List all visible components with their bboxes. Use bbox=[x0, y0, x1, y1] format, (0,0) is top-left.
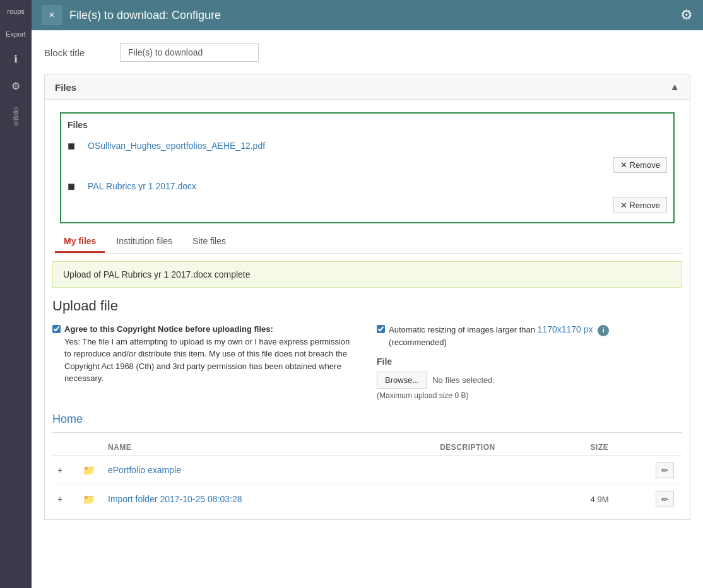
file-size-2: 4.9M bbox=[586, 485, 651, 514]
auto-resize-row: Automatic resizing of images larger than… bbox=[377, 323, 682, 349]
browse-row: Browse... No files selected. bbox=[377, 372, 682, 389]
file-name-2: PAL Rubrics yr 1 2017.docx bbox=[88, 181, 667, 191]
file-desc-1 bbox=[435, 456, 585, 485]
home-title: Home bbox=[52, 413, 682, 426]
block-title-label: Block title bbox=[44, 47, 107, 58]
file-name-1: OSullivan_Hughes_eportfolios_AEHE_12.pdf bbox=[88, 141, 667, 151]
info-icon-sidebar[interactable]: ℹ bbox=[11, 45, 20, 73]
file-link-1[interactable]: ePortfolio example bbox=[108, 465, 181, 475]
info-icon-resize[interactable]: i bbox=[598, 325, 609, 336]
remove-x-icon-1: ✕ bbox=[620, 160, 627, 170]
collapse-icon[interactable]: ▲ bbox=[670, 81, 680, 93]
files-box: Files ■ OSullivan_Hughes_eportfolios_AEH… bbox=[60, 112, 675, 223]
file-entry-2: ■ PAL Rubrics yr 1 2017.docx ✕ Remove bbox=[68, 175, 667, 216]
file-link-2[interactable]: Import folder 2017-10-25 08:03:28 bbox=[108, 494, 242, 504]
copyright-body-text: Yes: The file I am attempting to upload … bbox=[64, 337, 350, 384]
remove-x-icon-2: ✕ bbox=[620, 201, 627, 210]
folder-icon-1: 📁 bbox=[83, 465, 95, 476]
upload-notice: Upload of PAL Rubrics yr 1 2017.docx com… bbox=[52, 261, 682, 288]
file-icon-2: ■ bbox=[68, 179, 75, 194]
remove-button-2[interactable]: ✕ Remove bbox=[613, 197, 667, 213]
block-title-row: Block title bbox=[44, 43, 690, 62]
files-box-title: Files bbox=[68, 120, 667, 130]
file-desc-2 bbox=[435, 485, 585, 514]
settings-icon[interactable]: ⚙ bbox=[680, 7, 693, 23]
dialog-title: File(s) to download: Configure bbox=[69, 9, 680, 22]
auto-resize-label: Automatic resizing of images larger than bbox=[389, 325, 535, 334]
upload-right: Automatic resizing of images larger than… bbox=[377, 323, 682, 400]
file-icon-1: ■ bbox=[68, 139, 75, 153]
sidebar-item-groups[interactable]: roups bbox=[4, 0, 27, 23]
auto-resize-text: Automatic resizing of images larger than… bbox=[389, 323, 609, 349]
close-button[interactable]: × bbox=[42, 5, 62, 25]
browse-button[interactable]: Browse... bbox=[377, 372, 427, 389]
tab-institution-files[interactable]: Institution files bbox=[107, 231, 181, 253]
edit-button-1[interactable]: ✏ bbox=[656, 462, 674, 478]
upload-file-section: Upload file Agree to this Copyright Noti… bbox=[52, 298, 682, 514]
th-size: SIZE bbox=[586, 439, 651, 456]
no-files-text: No files selected. bbox=[432, 375, 495, 385]
th-actions bbox=[651, 439, 682, 456]
files-section-title: Files bbox=[55, 82, 76, 93]
file-size-1 bbox=[586, 456, 651, 485]
add-icon-1[interactable]: + bbox=[57, 465, 62, 475]
files-section: Files ▲ Files ■ OSullivan_Hughes_eportfo… bbox=[44, 74, 690, 520]
tab-my-files[interactable]: My files bbox=[55, 231, 105, 253]
copyright-bold-label: Agree to this Copyright Notice before up… bbox=[64, 324, 273, 334]
body-area: Block title Files ▲ Files ■ OSullivan_Hu… bbox=[32, 30, 703, 588]
sidebar-item-export[interactable]: Export bbox=[3, 23, 28, 45]
block-title-input[interactable] bbox=[120, 43, 259, 62]
auto-resize-size-link[interactable]: 1170x1170 px bbox=[538, 324, 593, 334]
gear-icon-sidebar[interactable]: ⚙ bbox=[9, 73, 23, 100]
table-row: + 📁 Import folder 2017-10-25 08:03:28 4.… bbox=[52, 485, 682, 514]
files-table: NAME DESCRIPTION SIZE + 📁 bbox=[52, 439, 682, 514]
edit-button-2[interactable]: ✏ bbox=[656, 491, 674, 507]
max-upload-text: (Maximum upload size 0 B) bbox=[377, 391, 682, 400]
copyright-checkbox[interactable] bbox=[52, 325, 61, 333]
th-name: NAME bbox=[103, 439, 435, 456]
sidebar: roups Export ℹ ⚙ ortfolio bbox=[0, 0, 32, 588]
upload-left: Agree to this Copyright Notice before up… bbox=[52, 323, 358, 400]
upload-file-title: Upload file bbox=[52, 298, 682, 314]
auto-resize-checkbox[interactable] bbox=[377, 325, 385, 333]
folder-icon-2: 📁 bbox=[83, 494, 95, 505]
file-input-label: File bbox=[377, 356, 682, 367]
remove-button-1[interactable]: ✕ Remove bbox=[613, 157, 667, 173]
auto-resize-suffix: (recommended) bbox=[389, 338, 447, 347]
th-icon bbox=[78, 439, 103, 456]
sidebar-item-portfolio[interactable]: ortfolio bbox=[10, 100, 22, 134]
copyright-text: Agree to this Copyright Notice before up… bbox=[64, 323, 358, 385]
table-row: + 📁 ePortfolio example ✏ bbox=[52, 456, 682, 485]
add-icon-2[interactable]: + bbox=[57, 494, 62, 504]
home-divider bbox=[52, 432, 682, 433]
file-entry-1: ■ OSullivan_Hughes_eportfolios_AEHE_12.p… bbox=[68, 135, 667, 175]
dialog-header: × File(s) to download: Configure ⚙ bbox=[32, 0, 703, 30]
copyright-row: Agree to this Copyright Notice before up… bbox=[52, 323, 358, 385]
upload-notice-text: Upload of PAL Rubrics yr 1 2017.docx com… bbox=[63, 269, 251, 279]
tabs: My files Institution files Site files bbox=[52, 231, 682, 254]
main-content: × File(s) to download: Configure ⚙ Block… bbox=[32, 0, 703, 588]
upload-columns: Agree to this Copyright Notice before up… bbox=[52, 323, 682, 400]
th-description: DESCRIPTION bbox=[435, 439, 585, 456]
files-section-header: Files ▲ bbox=[45, 75, 690, 100]
th-add bbox=[52, 439, 78, 456]
tab-site-files[interactable]: Site files bbox=[184, 231, 235, 253]
home-section: Home NAME DESCRIPTION SIZE bbox=[52, 413, 682, 514]
